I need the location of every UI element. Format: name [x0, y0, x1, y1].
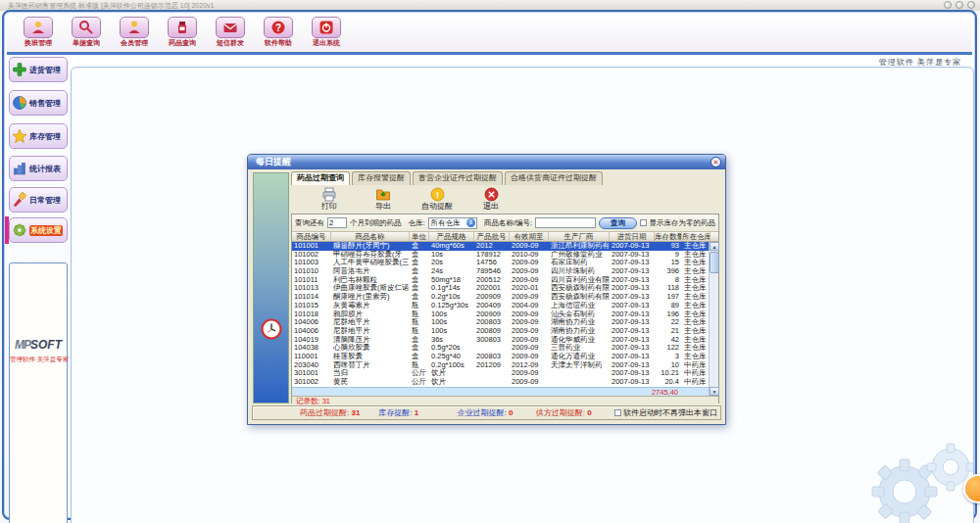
- svg-text:!: !: [436, 190, 439, 200]
- export-button[interactable]: 导出: [367, 187, 400, 212]
- window-controls: [944, 1, 975, 9]
- toolbar-button-help[interactable]: ? 软件帮助: [259, 17, 298, 52]
- toolbar-button-sms[interactable]: 短信群发: [211, 17, 250, 52]
- months-input[interactable]: [327, 217, 347, 228]
- col-header[interactable]: 商品编号: [292, 232, 331, 241]
- query-row: 查询还有 个月到期的药品 仓库: 所有仓库 商品名称/编号: 查询 显示库存为零…: [292, 214, 718, 231]
- table-row[interactable]: 301002 黄芪 公斤 饮片 2009-09 2007-09-13 20.4 …: [292, 378, 718, 387]
- print-label: 打印: [313, 202, 346, 212]
- sidebar-item-purchase[interactable]: 进货管理: [9, 57, 68, 82]
- toolbar-button-label: 换班管理: [19, 38, 58, 48]
- table-row[interactable]: 104038 心脑欣胶囊 盒 0.5g*20s 2009-09 三普药业 200…: [292, 344, 718, 353]
- col-header[interactable]: 产品批号: [474, 232, 510, 241]
- gears-watermark: [860, 438, 973, 523]
- query-grid-panel: 查询还有 个月到期的药品 仓库: 所有仓库 商品名称/编号: 查询 显示库存为零…: [291, 214, 719, 404]
- close-button[interactable]: [967, 1, 975, 9]
- toolbar-button-shift[interactable]: 换班管理: [19, 17, 58, 52]
- pie-chart-icon: [12, 95, 27, 111]
- col-header[interactable]: 产品规格: [429, 232, 474, 241]
- table-row[interactable]: 301001 当归 公斤 饮片 2009-09 2007-09-13 10.21…: [292, 369, 718, 378]
- col-header[interactable]: 进货日期: [610, 232, 655, 241]
- startup-checkbox[interactable]: [614, 409, 621, 416]
- startup-checkbox-label: 软件启动时不再弹出本窗口: [623, 407, 717, 418]
- dialog-title: 每日提醒: [256, 157, 291, 166]
- warehouse-label: 仓库:: [409, 218, 425, 228]
- name-input[interactable]: [535, 217, 596, 228]
- shift-person-icon: [24, 17, 53, 38]
- toolbar-button-exit[interactable]: 退出系统: [307, 17, 346, 52]
- toolbar-button-label: 短信群发: [211, 38, 250, 48]
- col-header[interactable]: 商品名称: [331, 232, 410, 241]
- dialog-close-icon[interactable]: [710, 157, 721, 167]
- toolbar-button-members[interactable]: 会员管理: [115, 17, 154, 52]
- vertical-scrollbar[interactable]: ▲ ▼: [709, 242, 718, 396]
- table-row[interactable]: 101018 鸦胆膜片 瓶 100s 200909 2009-09 汕头金石制药…: [292, 310, 718, 319]
- stat-stock-alert: 库存提醒: 1: [378, 407, 457, 418]
- minimize-button[interactable]: [944, 1, 952, 9]
- table-row[interactable]: 101001 糠甾醇片(牙周宁) 盒 40mg*60s 2012 2009-09…: [292, 242, 718, 251]
- table-row[interactable]: 110001 桂莲胶囊 盒 0.25g*40 200803 2009-09 通化…: [292, 353, 718, 361]
- toolbar-button-label: 会员管理: [115, 38, 154, 48]
- star-icon: [12, 128, 27, 144]
- scroll-up-icon[interactable]: ▲: [710, 242, 719, 251]
- spinner-icon[interactable]: [466, 218, 475, 227]
- print-button[interactable]: 打印: [313, 187, 346, 212]
- tab-drug-expiry[interactable]: 药品过期查询: [291, 171, 350, 185]
- col-header[interactable]: 库存数量: [655, 232, 682, 241]
- sidebar-item-label: 系统设置: [29, 225, 63, 236]
- table-row[interactable]: 101002 甲硝唑芬布芬胶囊(牙 盒 10s 178912 2010-09 广…: [292, 251, 718, 260]
- sidebar-item-label: 库存管理: [29, 131, 61, 142]
- tab-stock-alert[interactable]: 库存报警提醒: [352, 171, 411, 185]
- table-row[interactable]: 101014 酮康唑片(里素劳) 盒 0.2g*10s 200909 2009-…: [292, 293, 718, 302]
- green-plus-icon: [12, 62, 27, 77]
- zero-stock-checkbox[interactable]: [640, 219, 647, 226]
- scrollbar-thumb[interactable]: [710, 252, 719, 273]
- scroll-down-icon[interactable]: ▼: [710, 387, 719, 396]
- table-row[interactable]: 104019 清脑降压片 盒 36s 300803 2009-09 通化华威药业…: [292, 336, 718, 345]
- col-header[interactable]: 有效期至: [510, 232, 549, 241]
- table-row[interactable]: 101013 伊曲康唑胶囊(斯皮仁诺 盒 0.1g*14s 202001 202…: [292, 284, 718, 293]
- table-row[interactable]: 104006 尼群地平片 瓶 100s 200809 2009-09 湖南协力药…: [292, 327, 718, 336]
- app-window: 换班管理 单据查询 会员管理 药品查询 短信群发: [2, 10, 977, 520]
- search-button[interactable]: 查询: [599, 217, 637, 229]
- table-row[interactable]: 203040 西咪替丁片 瓶 0.2g*100s 201209 2012-09 …: [292, 361, 718, 370]
- bar-chart-icon: [12, 161, 27, 176]
- tab-supplier-cert[interactable]: 合格供货商证件过期提醒: [505, 171, 603, 185]
- record-count: 记录数: 31: [296, 397, 330, 405]
- sidebar-item-label: 销售管理: [29, 98, 61, 109]
- tab-enterprise-cert[interactable]: 首营企业证件过期提醒: [413, 171, 503, 185]
- logo-slogan: 管理软件 美萍是专家: [10, 356, 67, 364]
- window-title: 美萍医药销售管理系统 标准版 [美萍软件公司连锁示范店 10] 2020v1: [8, 2, 214, 9]
- table-row[interactable]: 101011 利巴韦林颗粒 盒 50mg*18 200512 2009-09 四…: [292, 276, 718, 285]
- table-row[interactable]: 101015 灰黄霉素片 瓶 0.125g*30s 200409 2004-09…: [292, 302, 718, 310]
- sidebar-panel: MPSOFT 管理软件 美萍是专家: [9, 262, 68, 523]
- col-header[interactable]: 生产厂商: [549, 232, 610, 241]
- sidebar-item-settings[interactable]: 系统设置: [9, 217, 68, 243]
- table-row[interactable]: 101003 人工牛黄甲硝唑胶囊(三 盒 20s 14756 2009-09 石…: [292, 259, 718, 267]
- pill-bottle-icon: [168, 17, 197, 38]
- col-header[interactable]: 所在仓库: [682, 232, 710, 241]
- dialog-exit-button[interactable]: 退出: [474, 187, 508, 212]
- dialog-title-bar[interactable]: 每日提醒: [248, 155, 725, 169]
- query-suffix-label: 个月到期的药品: [350, 218, 402, 228]
- sidebar-item-sales[interactable]: 销售管理: [9, 90, 68, 116]
- auto-remind-button[interactable]: ! 自动提醒: [420, 187, 454, 212]
- sidebar-item-reports[interactable]: 统计报表: [9, 156, 68, 181]
- warehouse-select[interactable]: 所有仓库: [428, 217, 477, 229]
- toolbar-button-receipt-query[interactable]: 单据查询: [67, 17, 106, 52]
- sidebar-item-inventory[interactable]: 库存管理: [9, 123, 68, 149]
- toolbar-button-drug-query[interactable]: 药品查询: [163, 17, 202, 52]
- startup-checkbox-group: 软件启动时不再弹出本窗口: [614, 407, 720, 418]
- sidebar-item-daily[interactable]: 日常管理: [9, 187, 68, 213]
- query-prefix-label: 查询还有: [295, 218, 324, 228]
- table-row[interactable]: 101010 阿昔洛韦片 盒 24s 789546 2009-09 四川珍珠制药…: [292, 267, 718, 276]
- brush-icon: [12, 192, 27, 208]
- maximize-button[interactable]: [956, 1, 963, 9]
- magnifier-icon: [72, 17, 101, 38]
- svg-text:?: ?: [275, 23, 281, 33]
- col-header[interactable]: 单位: [410, 232, 429, 241]
- question-icon: ?: [264, 17, 293, 38]
- table-row[interactable]: 104006 尼群地平片 瓶 100s 200803 2009-09 湖南协力药…: [292, 318, 718, 327]
- dialog-status-bar: 药品过期提醒: 31 库存提醒: 1 企业过期提醒: 0 供方过期提醒: 0 软…: [252, 405, 721, 420]
- member-person-icon: [120, 17, 149, 38]
